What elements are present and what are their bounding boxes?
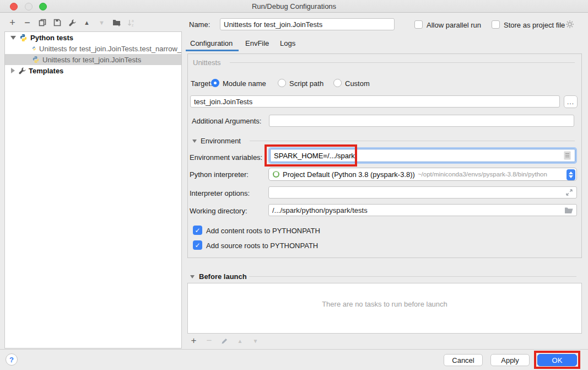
svg-text:z: z [132, 23, 133, 27]
apply-button[interactable]: Apply [490, 354, 530, 366]
move-down-icon[interactable]: ▼ [97, 18, 106, 28]
add-source-roots-checkbox[interactable]: ✓ [193, 240, 202, 250]
wrench-icon [18, 67, 26, 74]
environment-variables-label: Environment variables: [190, 153, 262, 162]
store-as-project-file-label: Store as project file [504, 21, 565, 29]
name-label: Name: [189, 20, 210, 29]
python-icon [19, 34, 28, 42]
configuration-form-panel: Unittests Target: Module name Script pat… [187, 53, 582, 258]
tab-configuration[interactable]: Configuration [190, 39, 233, 47]
before-launch-empty-message: There are no tasks to run before launch [188, 300, 581, 308]
sort-configurations-icon[interactable]: az [127, 18, 136, 28]
active-tab-underline [186, 50, 239, 51]
remove-configuration-icon[interactable]: − [23, 18, 32, 28]
interpreter-value: Project Default (Python 3.8 (pyspark-3.8… [283, 170, 415, 179]
folder-open-icon[interactable] [564, 207, 574, 216]
environment-variables-input[interactable] [270, 149, 575, 162]
remove-task-icon[interactable]: − [204, 336, 214, 346]
add-source-roots-label: Add source roots to PYTHONPATH [206, 242, 318, 250]
footer-divider [0, 349, 588, 350]
custom-radio-label[interactable]: Custom [345, 79, 370, 88]
store-as-project-file-checkbox[interactable] [492, 20, 500, 29]
python-interpreter-label: Python interpreter: [190, 170, 249, 179]
module-name-radio-label[interactable]: Module name [223, 79, 266, 88]
add-configuration-icon[interactable]: + [8, 18, 17, 28]
script-path-radio[interactable] [278, 79, 286, 87]
edit-templates-icon[interactable] [67, 18, 77, 28]
tree-item-templates[interactable]: Templates [5, 65, 181, 76]
python-icon [32, 56, 40, 63]
environment-section-label: Environment [201, 137, 241, 145]
cancel-button[interactable]: Cancel [444, 354, 483, 366]
ok-button[interactable]: OK [537, 354, 577, 366]
expand-field-icon[interactable] [566, 189, 573, 197]
interpreter-path: ~/opt/miniconda3/envs/pyspark-3.8/bin/py… [418, 171, 547, 178]
custom-radio[interactable] [333, 79, 342, 87]
add-content-roots-label: Add content roots to PYTHONPATH [206, 227, 320, 235]
tab-envfile[interactable]: EnvFile [245, 39, 269, 47]
allow-parallel-run-label: Allow parallel run [427, 21, 481, 29]
gear-icon[interactable] [565, 20, 574, 30]
group-divider [230, 62, 575, 63]
configurations-tree: Python tests Unittests for test_join.Joi… [4, 31, 182, 348]
working-directory-input[interactable] [268, 204, 577, 216]
help-button[interactable]: ? [6, 353, 18, 366]
copy-configuration-icon[interactable] [37, 18, 47, 28]
tree-item-label: Unittests for test_join.JoinTests [42, 56, 141, 64]
tree-item-python-tests[interactable]: Python tests [5, 32, 181, 43]
module-name-radio[interactable] [211, 79, 219, 87]
name-input[interactable] [220, 18, 395, 30]
allow-parallel-run-checkbox[interactable] [414, 20, 423, 29]
expander-down-icon[interactable] [10, 36, 16, 40]
script-path-radio-label[interactable]: Script path [289, 79, 323, 88]
before-launch-divider [249, 276, 576, 277]
conda-environment-icon [273, 171, 279, 178]
python-interpreter-select[interactable]: Project Default (Python 3.8 (pyspark-3.8… [268, 168, 577, 181]
environment-divider [250, 141, 575, 141]
tree-item-label: Python tests [30, 34, 73, 42]
add-task-icon[interactable]: + [189, 336, 198, 346]
task-move-up-icon[interactable]: ▲ [235, 336, 245, 346]
title-bar: Run/Debug Configurations [0, 0, 588, 13]
new-folder-icon[interactable] [112, 18, 121, 28]
interpreter-options-label: Interpreter options: [190, 189, 250, 197]
browse-button[interactable]: ... [564, 95, 578, 108]
working-directory-label: Working directory: [190, 207, 247, 215]
interpreter-options-input[interactable] [268, 186, 577, 199]
tab-logs[interactable]: Logs [280, 39, 295, 47]
environment-variables-field [268, 147, 577, 164]
tree-item-label: Templates [29, 67, 63, 75]
target-label: Target: [191, 79, 213, 88]
tree-item-label: Unittests for test_join.JoinTests.test_n… [39, 45, 181, 53]
env-vars-list-icon[interactable] [564, 151, 571, 162]
environment-collapse-icon[interactable] [192, 140, 197, 143]
add-content-roots-checkbox[interactable]: ✓ [193, 226, 202, 235]
configurations-toolbar: + − ▲ ▼ az [8, 18, 136, 28]
select-stepper-icon[interactable] [567, 169, 575, 180]
edit-task-icon[interactable] [220, 336, 229, 346]
module-name-input[interactable] [190, 95, 560, 108]
task-move-down-icon[interactable]: ▼ [251, 336, 260, 346]
python-icon [32, 45, 36, 52]
additional-arguments-label: Additional Arguments: [192, 117, 261, 125]
before-launch-collapse-icon[interactable] [190, 275, 195, 278]
before-launch-section-label: Before launch [199, 272, 247, 281]
window-title: Run/Debug Configurations [0, 2, 588, 10]
run-debug-configurations-dialog: Run/Debug Configurations + − ▲ ▼ az Pyth… [0, 0, 588, 370]
tree-item-test-narrow[interactable]: Unittests for test_join.JoinTests.test_n… [5, 43, 181, 54]
additional-arguments-input[interactable] [269, 115, 574, 127]
tree-item-jointests-selected[interactable]: Unittests for test_join.JoinTests [5, 54, 181, 65]
move-up-icon[interactable]: ▲ [82, 18, 91, 28]
expander-right-icon[interactable] [11, 68, 15, 73]
unittests-group-label: Unittests [193, 58, 221, 67]
svg-text:a: a [132, 19, 134, 23]
before-launch-task-list: There are no tasks to run before launch [187, 283, 582, 334]
save-configuration-icon[interactable] [52, 18, 62, 28]
before-launch-toolbar: + − ▲ ▼ [189, 336, 260, 345]
